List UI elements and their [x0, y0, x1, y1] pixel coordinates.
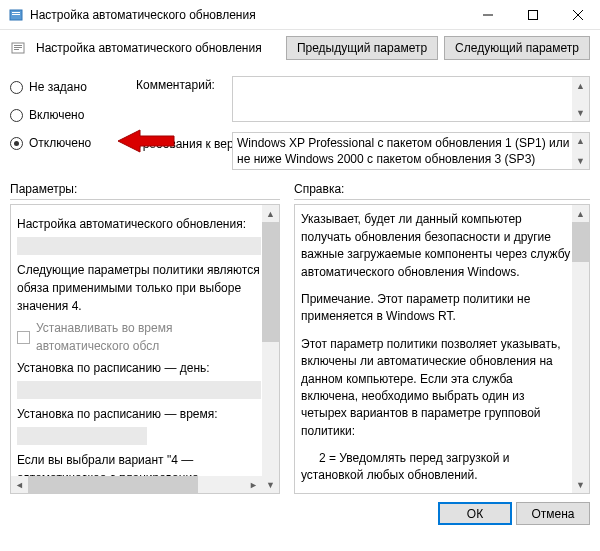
scrollbar-vertical[interactable]: ▲ ▼: [572, 205, 589, 493]
scroll-down-icon[interactable]: ▼: [572, 104, 589, 121]
scrollbar-thumb[interactable]: [572, 222, 589, 262]
schedule-day-label: Установка по расписанию — день:: [17, 359, 261, 377]
comment-label: Комментарий:: [136, 78, 226, 92]
dialog-footer: ОК Отмена: [0, 494, 600, 533]
disabled-dropdown: [17, 427, 147, 445]
meta-labels: Комментарий: Требования к версии:: [136, 76, 226, 151]
svg-rect-4: [528, 10, 537, 19]
parameters-title: Параметры:: [10, 180, 280, 200]
param-heading: Настройка автоматического обновления:: [17, 215, 261, 233]
scroll-down-icon[interactable]: ▼: [572, 476, 589, 493]
param-note: Следующие параметры политики являются об…: [17, 261, 261, 315]
radio-icon: [10, 81, 23, 94]
nav-buttons: Предыдущий параметр Следующий параметр: [286, 36, 590, 60]
radio-disabled[interactable]: Отключено: [10, 136, 130, 150]
scrollbar[interactable]: ▲ ▼: [572, 133, 589, 169]
parameters-column: Параметры: Настройка автоматического обн…: [10, 180, 280, 494]
scrollbar-horizontal[interactable]: ◄ ►: [11, 476, 262, 493]
header-row: Настройка автоматического обновления Пре…: [0, 30, 600, 66]
minimize-button[interactable]: [465, 0, 510, 30]
cancel-button[interactable]: Отмена: [516, 502, 590, 525]
svg-rect-1: [12, 12, 20, 13]
scrollbar[interactable]: ▲ ▼: [572, 77, 589, 121]
schedule-time-label: Установка по расписанию — время:: [17, 405, 261, 423]
scroll-down-icon[interactable]: ▼: [262, 476, 279, 493]
meta-values: ▲ ▼ Windows XP Professional с пакетом об…: [232, 76, 590, 170]
disabled-dropdown: [17, 381, 261, 399]
checkbox-label: Устанавливать во время автоматического о…: [36, 319, 261, 355]
radio-label: Не задано: [29, 80, 87, 94]
previous-setting-button[interactable]: Предыдущий параметр: [286, 36, 438, 60]
scroll-right-icon[interactable]: ►: [245, 476, 262, 493]
svg-rect-8: [14, 45, 22, 46]
version-label: Требования к версии:: [136, 137, 226, 151]
help-content: Указывает, будет ли данный компьютер пол…: [295, 205, 589, 493]
policy-icon: [10, 40, 26, 56]
ok-button[interactable]: ОК: [438, 502, 512, 525]
radio-label: Отключено: [29, 136, 91, 150]
supported-on-box: Windows XP Professional с пакетом обновл…: [232, 132, 590, 170]
help-paragraph: Примечание. Этот параметр политики не пр…: [301, 291, 571, 326]
parameters-content: Настройка автоматического обновления: Сл…: [11, 205, 279, 493]
details-area: Параметры: Настройка автоматического обн…: [0, 180, 600, 494]
close-button[interactable]: [555, 0, 600, 30]
policy-title: Настройка автоматического обновления: [36, 41, 276, 55]
radio-label: Включено: [29, 108, 84, 122]
help-pane: Указывает, будет ли данный компьютер пол…: [294, 204, 590, 494]
window-title: Настройка автоматического обновления: [30, 8, 465, 22]
svg-rect-10: [14, 49, 19, 50]
radio-icon: [10, 109, 23, 122]
disabled-dropdown: [17, 237, 261, 255]
comment-textarea[interactable]: ▲ ▼: [232, 76, 590, 122]
scrollbar-thumb[interactable]: [262, 222, 279, 342]
scroll-up-icon[interactable]: ▲: [572, 133, 589, 150]
radio-not-configured[interactable]: Не задано: [10, 80, 130, 94]
maximize-button[interactable]: [510, 0, 555, 30]
scrollbar-vertical[interactable]: ▲ ▼: [262, 205, 279, 493]
config-state-area: Не задано Включено Отключено Комментарий…: [0, 66, 600, 176]
parameters-pane: Настройка автоматического обновления: Сл…: [10, 204, 280, 494]
svg-rect-9: [14, 47, 22, 48]
help-paragraph: 2 = Уведомлять перед загрузкой и установ…: [301, 450, 571, 485]
radio-enabled[interactable]: Включено: [10, 108, 130, 122]
radio-icon: [10, 137, 23, 150]
help-paragraph: Указывает, будет ли данный компьютер пол…: [301, 211, 571, 281]
radio-group: Не задано Включено Отключено: [10, 76, 130, 150]
help-paragraph: Этот параметр политики позволяет указыва…: [301, 336, 571, 440]
scroll-up-icon[interactable]: ▲: [572, 77, 589, 94]
checkbox: [17, 331, 30, 344]
help-column: Справка: Указывает, будет ли данный комп…: [294, 180, 590, 494]
scrollbar-thumb[interactable]: [28, 476, 198, 493]
help-title: Справка:: [294, 180, 590, 200]
maintenance-checkbox-row: Устанавливать во время автоматического о…: [17, 319, 261, 355]
app-icon: [8, 7, 24, 23]
svg-rect-2: [12, 14, 20, 15]
scroll-left-icon[interactable]: ◄: [11, 476, 28, 493]
next-setting-button[interactable]: Следующий параметр: [444, 36, 590, 60]
supported-on-text: Windows XP Professional с пакетом обновл…: [237, 136, 570, 166]
scroll-up-icon[interactable]: ▲: [262, 205, 279, 222]
scroll-up-icon[interactable]: ▲: [572, 205, 589, 222]
titlebar: Настройка автоматического обновления: [0, 0, 600, 30]
scroll-down-icon[interactable]: ▼: [572, 152, 589, 169]
